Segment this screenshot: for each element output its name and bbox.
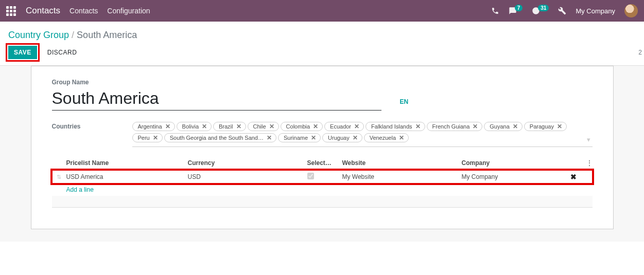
country-tag: Guyana✕ xyxy=(484,122,523,131)
debug-icon[interactable] xyxy=(558,7,566,15)
country-tag: Suriname✕ xyxy=(278,133,321,142)
close-icon[interactable]: ✕ xyxy=(269,123,274,130)
drag-handle-icon[interactable]: ⇅ xyxy=(52,174,66,180)
breadcrumb-sep: / xyxy=(72,30,74,40)
country-tag: South Georgia and the South Sand…✕ xyxy=(164,133,276,142)
country-tag-label: Falkland Islands xyxy=(371,123,412,130)
col-company: Company xyxy=(462,159,566,167)
breadcrumb: Country Group / South America xyxy=(8,26,636,46)
col-select: Select… xyxy=(307,159,342,167)
country-tag: French Guiana✕ xyxy=(427,122,483,131)
country-tag-label: Colombia xyxy=(286,123,310,130)
close-icon[interactable]: ✕ xyxy=(415,123,421,130)
country-tag-label: Uruguay xyxy=(328,135,350,141)
app-title: Contacts xyxy=(26,6,60,16)
country-tag: Colombia✕ xyxy=(281,122,323,131)
breadcrumb-parent[interactable]: Country Group xyxy=(8,30,69,40)
page-indicator: 2 xyxy=(638,49,642,56)
country-tag: Falkland Islands✕ xyxy=(365,122,425,131)
activity-badge: 31 xyxy=(538,5,549,11)
cell-company: My Company xyxy=(462,173,566,180)
form-sheet: Group Name EN Countries Argentina✕Bolivi… xyxy=(31,66,614,229)
country-tag-label: French Guiana xyxy=(432,123,470,130)
close-icon[interactable]: ✕ xyxy=(473,123,478,130)
country-tag-label: Ecuador xyxy=(330,123,351,130)
country-tag-label: Brazil xyxy=(219,123,233,130)
country-tag: Chile✕ xyxy=(248,122,279,131)
close-icon[interactable]: ✕ xyxy=(399,134,404,141)
close-icon[interactable]: ✕ xyxy=(557,123,562,130)
apps-icon[interactable] xyxy=(6,6,16,16)
country-tag: Brazil✕ xyxy=(213,122,246,131)
country-tag: Ecuador✕ xyxy=(324,122,364,131)
close-icon[interactable]: ✕ xyxy=(165,123,170,130)
country-tag: Uruguay✕ xyxy=(322,133,362,142)
group-name-label: Group Name xyxy=(52,79,593,86)
cell-currency: USD xyxy=(188,173,307,180)
country-tag-label: Venezuela xyxy=(370,135,396,141)
save-button[interactable]: SAVE xyxy=(8,46,37,59)
country-tag-label: Chile xyxy=(253,123,266,130)
group-name-input[interactable] xyxy=(52,88,381,109)
delete-row-icon[interactable]: ✖ xyxy=(570,173,577,181)
country-tag-label: South Georgia and the South Sand… xyxy=(170,135,264,141)
user-avatar[interactable] xyxy=(624,4,638,17)
countries-tags[interactable]: Argentina✕Bolivia✕Brazil✕Chile✕Colombia✕… xyxy=(132,121,593,147)
add-line-link[interactable]: Add a line xyxy=(66,186,188,193)
breadcrumb-current: South America xyxy=(77,30,137,40)
close-icon[interactable]: ✕ xyxy=(353,134,358,141)
close-icon[interactable]: ✕ xyxy=(354,123,359,130)
close-icon[interactable]: ✕ xyxy=(311,134,316,141)
cell-pricelist-name: USD America xyxy=(66,173,188,180)
cell-select xyxy=(307,173,342,181)
messaging-icon[interactable]: 7 xyxy=(509,7,523,15)
country-tag: Peru✕ xyxy=(132,133,163,142)
countries-label: Countries xyxy=(52,123,132,130)
col-pricelist-name: Pricelist Name xyxy=(66,159,188,167)
nav-configuration[interactable]: Configuration xyxy=(107,7,150,15)
close-icon[interactable]: ✕ xyxy=(313,123,318,130)
country-tag-label: Paraguay xyxy=(530,123,554,130)
chevron-down-icon[interactable]: ▾ xyxy=(587,136,590,143)
country-tag: Argentina✕ xyxy=(132,122,175,131)
close-icon[interactable]: ✕ xyxy=(513,123,518,130)
nav-contacts[interactable]: Contacts xyxy=(69,7,98,15)
col-website: Website xyxy=(342,159,462,167)
country-tag: Paraguay✕ xyxy=(524,122,567,131)
country-tag: Venezuela✕ xyxy=(364,133,409,142)
navbar: Contacts Contacts Configuration 7 31 My … xyxy=(0,0,644,22)
table-row[interactable]: ⇅USD AmericaUSDMy WebsiteMy Company✖ xyxy=(52,170,593,184)
discard-button[interactable]: DISCARD xyxy=(42,46,82,59)
country-tag: Bolivia✕ xyxy=(177,122,212,131)
pricelist-table: Pricelist Name Currency Select… Website … xyxy=(52,157,593,208)
close-icon[interactable]: ✕ xyxy=(153,134,158,141)
country-tag-label: Suriname xyxy=(284,135,308,141)
cell-website: My Website xyxy=(342,173,462,180)
col-currency: Currency xyxy=(188,159,307,167)
country-tag-label: Peru xyxy=(138,135,150,141)
country-tag-label: Guyana xyxy=(490,123,510,130)
close-icon[interactable]: ✕ xyxy=(202,123,207,130)
company-selector[interactable]: My Company xyxy=(576,7,615,15)
country-tag-label: Argentina xyxy=(138,123,162,130)
kebab-icon[interactable]: ⋮ xyxy=(581,159,593,167)
close-icon[interactable]: ✕ xyxy=(267,134,272,141)
lang-button[interactable]: EN xyxy=(400,98,409,111)
select-checkbox xyxy=(307,173,314,179)
activity-icon[interactable]: 31 xyxy=(532,7,549,15)
close-icon[interactable]: ✕ xyxy=(236,123,241,130)
country-tag-label: Bolivia xyxy=(182,123,199,130)
messaging-badge: 7 xyxy=(515,5,523,11)
phone-icon[interactable] xyxy=(491,7,499,15)
